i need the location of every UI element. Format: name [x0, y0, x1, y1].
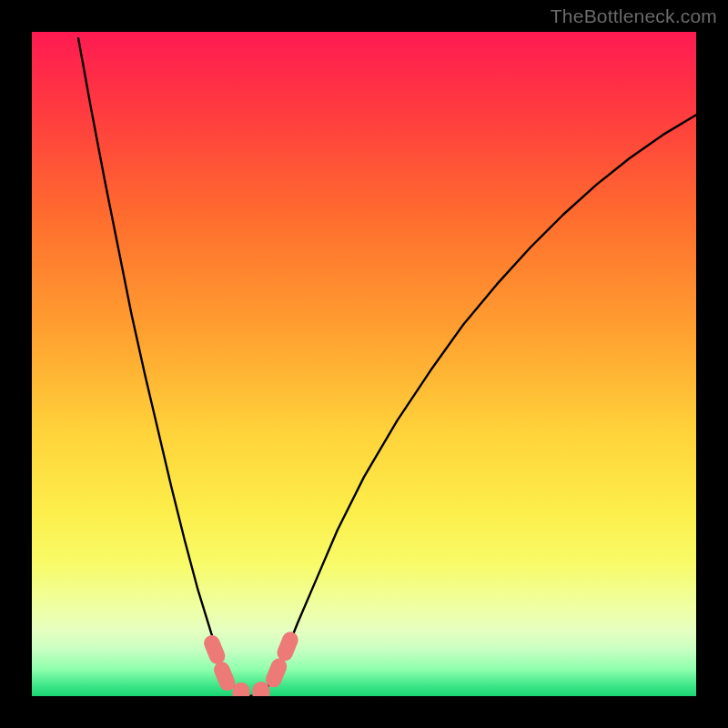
watermark-text: TheBottleneck.com	[551, 5, 717, 27]
plot-area	[32, 32, 696, 696]
bottleneck-chart	[32, 32, 696, 696]
gradient-background	[32, 32, 696, 696]
chart-frame: TheBottleneck.com	[0, 0, 728, 728]
